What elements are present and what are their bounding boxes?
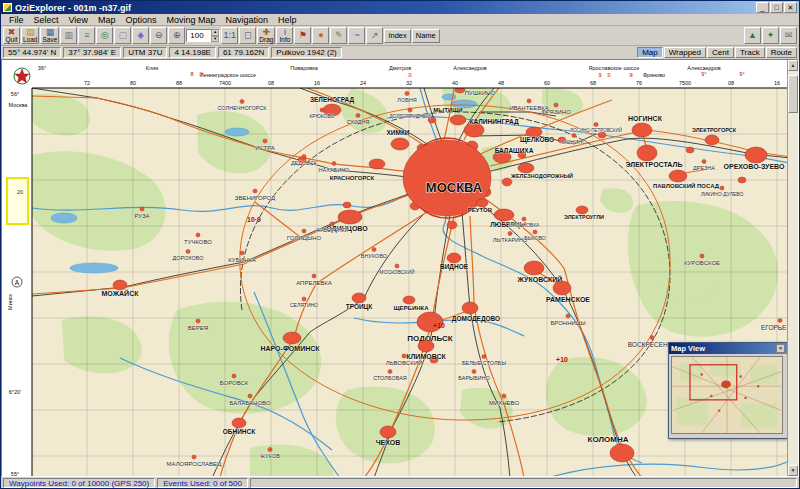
menu-item-view[interactable]: View (64, 15, 93, 25)
utm-northing-display: 61 79.162N (218, 47, 269, 58)
scroll-down-button[interactable]: ▼ (788, 465, 798, 476)
view-button-track[interactable]: Track (735, 47, 765, 58)
town-label: ИСТРА (255, 145, 275, 151)
city-label: ЭЛЕКТРОГОРСК (692, 127, 737, 133)
zoom-level-combo[interactable]: 100▲▼ (186, 29, 220, 42)
up-button[interactable]: ▲ (744, 27, 761, 44)
town-label: ВЕРЕЯ (188, 325, 208, 331)
map-view-body (669, 354, 787, 436)
city-area (705, 135, 719, 145)
town-dot (527, 99, 531, 103)
drag-button[interactable]: ✚Drag (257, 27, 275, 44)
comment-button[interactable]: ✎ (330, 27, 347, 44)
city-label: БАЛАШИХА (495, 147, 534, 154)
town-label: БАЛАБАНОВО (229, 400, 270, 406)
status-filler (250, 478, 797, 488)
urban-area (686, 147, 694, 153)
view-button-route[interactable]: Route (766, 47, 797, 58)
city-label: РЕУТОВ (468, 207, 493, 213)
full-map-button[interactable]: ◻ (239, 27, 256, 44)
menu-item-navigation[interactable]: Navigation (220, 15, 273, 25)
town-dot (502, 394, 506, 398)
grid-number: 16 (314, 80, 320, 86)
mag-one-button[interactable]: 1:1 (221, 27, 238, 44)
city-area (391, 138, 409, 150)
svg-text:А: А (15, 279, 20, 286)
scrollbar-thumb[interactable] (788, 75, 798, 113)
margin-label: 8 (190, 71, 193, 77)
window-title: OziExplorer - 001m -n37.gif (15, 3, 755, 13)
title-bar[interactable]: OziExplorer - 001m -n37.gif _ □ ✕ (1, 1, 799, 14)
maximize-button[interactable]: □ (770, 2, 783, 13)
margin-label: ① (607, 72, 612, 78)
scroll-up-button[interactable]: ▲ (788, 60, 798, 71)
town-dot (702, 159, 706, 163)
waypoint-button[interactable]: ⚑ (294, 27, 311, 44)
city-label: ЧЕХОВ (376, 439, 401, 446)
vertical-scrollbar[interactable]: ▲ ▼ (787, 60, 798, 476)
name-button[interactable]: Name (412, 29, 440, 43)
map-view-title: Map View (671, 344, 776, 353)
town-label: ЛЬВОВСКИЙ (386, 359, 423, 366)
view-button-map[interactable]: Map (637, 47, 663, 58)
map-view-titlebar[interactable]: Map View × (669, 343, 787, 354)
menu-item-select[interactable]: Select (29, 15, 64, 25)
route-number-mark: +10 (433, 322, 445, 329)
menu-item-help[interactable]: Help (273, 15, 302, 25)
town-dot (268, 447, 272, 451)
mail-button[interactable]: ✉ (780, 27, 797, 44)
close-button[interactable]: ✕ (784, 2, 797, 13)
event-button[interactable]: ● (312, 27, 329, 44)
menu-item-map[interactable]: Map (93, 15, 121, 25)
print-button[interactable]: ▥ (60, 27, 77, 44)
grid-number: 7400 (219, 80, 231, 86)
map-view-close-button[interactable]: × (776, 344, 785, 353)
utm-zone-display: UTM 37U (123, 47, 167, 58)
town-dot (240, 251, 244, 255)
index-button[interactable]: Index (384, 29, 410, 43)
quit-button[interactable]: ✖Quit (3, 27, 20, 44)
reservoir (70, 263, 118, 273)
selection-highlight[interactable] (7, 178, 28, 224)
city-label: МЫТИЩИ (433, 107, 462, 113)
town-label: ДОРОХОВО (172, 255, 204, 261)
grid-number: 60 (544, 80, 550, 86)
town-dot (263, 139, 267, 143)
zoom-out-button[interactable]: ⊖ (150, 27, 167, 44)
zoom-spin-down[interactable]: ▼ (211, 36, 219, 43)
grid-number: 08 (728, 80, 734, 86)
grid-number: 7500 (679, 80, 691, 86)
menu-item-moving-map[interactable]: Moving Map (161, 15, 220, 25)
city-label: ХИМКИ (386, 129, 409, 136)
track-button[interactable]: ~ (348, 27, 365, 44)
route-button[interactable]: ↗ (366, 27, 383, 44)
zoom-spinner[interactable]: ▲▼ (211, 29, 219, 42)
grid-number: 80 (130, 80, 136, 86)
map-view-minimap[interactable] (671, 356, 783, 434)
city-label: ЖЕЛЕЗНОДОРОЖНЫЙ (510, 172, 573, 179)
menu-item-options[interactable]: Options (120, 15, 161, 25)
view-button-cent[interactable]: Cent (707, 47, 734, 58)
save-button[interactable]: ▦Save (40, 27, 59, 44)
town-label: СОЛНЕЧНОГОРСК (218, 105, 268, 111)
town-label: ГОЛИЦЫНО (287, 235, 322, 241)
view-button-wrapped[interactable]: Wrapped (664, 47, 706, 58)
save-button-label: Save (42, 37, 57, 44)
gps-button[interactable]: ✦ (762, 27, 779, 44)
scrollbar-track[interactable] (788, 71, 798, 465)
view-buttons: MapWrappedCentTrackRoute (637, 47, 797, 58)
menu-item-file[interactable]: File (4, 15, 29, 25)
blank-map-button[interactable]: ▢ (114, 27, 131, 44)
map-check-button[interactable]: ◈ (132, 27, 149, 44)
town-label: ЖУКОВ (260, 453, 280, 459)
map-index-button[interactable]: ≡ (78, 27, 95, 44)
map-view-window[interactable]: Map View × (668, 342, 788, 439)
zoom-in-button[interactable]: ⊕ (168, 27, 185, 44)
town-dot (778, 318, 782, 322)
city-label: ВИДНОЕ (440, 263, 469, 271)
world-button[interactable]: ◎ (96, 27, 113, 44)
info-button[interactable]: iInfo (276, 27, 293, 44)
load-button[interactable]: ▤Load (21, 27, 39, 44)
minimize-button[interactable]: _ (756, 2, 769, 13)
city-area (637, 145, 657, 161)
